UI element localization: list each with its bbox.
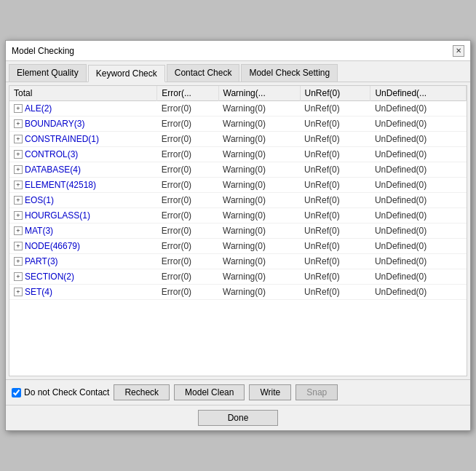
row-warning: Warning(0) bbox=[218, 101, 300, 116]
row-error: Error(0) bbox=[157, 254, 218, 269]
row-undefined: UnDefined(0) bbox=[370, 208, 467, 223]
row-label-text: DATABASE(4) bbox=[25, 165, 81, 175]
row-label-text: BOUNDARY(3) bbox=[25, 119, 84, 129]
row-undefined: UnDefined(0) bbox=[370, 254, 467, 269]
row-label-text: SET(4) bbox=[25, 287, 52, 297]
table-row[interactable]: +PART(3)Error(0)Warning(0)UnRef(0)UnDefi… bbox=[9, 254, 467, 269]
col-warning: Warning(... bbox=[218, 86, 300, 101]
model-checking-window: Model Checking ✕ Element Quality Keyword… bbox=[5, 40, 471, 431]
table-row[interactable]: +BOUNDARY(3)Error(0)Warning(0)UnRef(0)Un… bbox=[9, 116, 467, 132]
row-unref: UnRef(0) bbox=[300, 223, 370, 239]
done-button[interactable]: Done bbox=[198, 410, 279, 426]
row-unref: UnRef(0) bbox=[300, 193, 370, 208]
row-unref: UnRef(0) bbox=[300, 162, 370, 178]
row-warning: Warning(0) bbox=[218, 208, 300, 223]
close-button[interactable]: ✕ bbox=[453, 45, 464, 57]
col-unref: UnRef(0) bbox=[300, 86, 370, 101]
row-warning: Warning(0) bbox=[218, 269, 300, 285]
row-label-text: SECTION(2) bbox=[25, 272, 74, 282]
row-unref: UnRef(0) bbox=[300, 254, 370, 269]
row-undefined: UnDefined(0) bbox=[370, 223, 467, 239]
row-warning: Warning(0) bbox=[218, 147, 300, 162]
table-row[interactable]: +HOURGLASS(1)Error(0)Warning(0)UnRef(0)U… bbox=[9, 208, 467, 223]
expand-icon[interactable]: + bbox=[14, 211, 23, 220]
row-error: Error(0) bbox=[157, 162, 218, 178]
expand-icon[interactable]: + bbox=[14, 119, 23, 128]
row-undefined: UnDefined(0) bbox=[370, 239, 467, 254]
table-row[interactable]: +CONSTRAINED(1)Error(0)Warning(0)UnRef(0… bbox=[9, 132, 467, 147]
col-error: Error(... bbox=[157, 86, 218, 101]
col-undefined: UnDefined(... bbox=[370, 86, 467, 101]
expand-icon[interactable]: + bbox=[14, 135, 23, 143]
row-error: Error(0) bbox=[157, 239, 218, 254]
tab-keyword-check[interactable]: Keyword Check bbox=[88, 65, 165, 82]
do-not-check-contact-label[interactable]: Do not Check Contact bbox=[12, 387, 109, 397]
expand-icon[interactable]: + bbox=[14, 288, 23, 296]
table-row[interactable]: +SECTION(2)Error(0)Warning(0)UnRef(0)UnD… bbox=[9, 269, 467, 285]
row-warning: Warning(0) bbox=[218, 285, 300, 300]
do-not-check-contact-checkbox[interactable] bbox=[12, 388, 21, 397]
row-undefined: UnDefined(0) bbox=[370, 147, 467, 162]
tab-contact-check[interactable]: Contact Check bbox=[167, 64, 240, 82]
row-error: Error(0) bbox=[157, 193, 218, 208]
table-row[interactable]: +EOS(1)Error(0)Warning(0)UnRef(0)UnDefin… bbox=[9, 193, 467, 208]
row-label-text: ALE(2) bbox=[25, 103, 52, 114]
row-label-text: EOS(1) bbox=[25, 195, 54, 205]
row-warning: Warning(0) bbox=[218, 223, 300, 239]
model-clean-button[interactable]: Model Clean bbox=[174, 384, 245, 400]
data-table-container: Total Error(... Warning(... UnRef(0) UnD… bbox=[9, 85, 467, 376]
row-warning: Warning(0) bbox=[218, 178, 300, 193]
row-undefined: UnDefined(0) bbox=[370, 178, 467, 193]
snap-button[interactable]: Snap bbox=[295, 384, 338, 400]
row-undefined: UnDefined(0) bbox=[370, 285, 467, 300]
row-unref: UnRef(0) bbox=[300, 132, 370, 147]
window-title: Model Checking bbox=[12, 46, 74, 56]
row-label-text: PART(3) bbox=[25, 256, 58, 266]
row-unref: UnRef(0) bbox=[300, 147, 370, 162]
row-label-text: CONTROL(3) bbox=[25, 149, 78, 159]
expand-icon[interactable]: + bbox=[14, 226, 23, 235]
table-row[interactable]: +SET(4)Error(0)Warning(0)UnRef(0)UnDefin… bbox=[9, 285, 467, 300]
row-unref: UnRef(0) bbox=[300, 269, 370, 285]
write-button[interactable]: Write bbox=[249, 384, 291, 400]
row-unref: UnRef(0) bbox=[300, 208, 370, 223]
table-row[interactable]: +DATABASE(4)Error(0)Warning(0)UnRef(0)Un… bbox=[9, 162, 467, 178]
row-label-text: CONSTRAINED(1) bbox=[25, 134, 99, 144]
row-label-text: HOURGLASS(1) bbox=[25, 210, 90, 221]
row-unref: UnRef(0) bbox=[300, 285, 370, 300]
tab-element-quality[interactable]: Element Quality bbox=[9, 64, 87, 82]
table-row[interactable]: +NODE(46679)Error(0)Warning(0)UnRef(0)Un… bbox=[9, 239, 467, 254]
tab-model-check-setting[interactable]: Model Check Setting bbox=[241, 64, 338, 82]
row-label-text: ELEMENT(42518) bbox=[25, 180, 96, 190]
title-bar: Model Checking ✕ bbox=[6, 41, 470, 61]
row-error: Error(0) bbox=[157, 147, 218, 162]
table-row[interactable]: +ELEMENT(42518)Error(0)Warning(0)UnRef(0… bbox=[9, 178, 467, 193]
row-undefined: UnDefined(0) bbox=[370, 162, 467, 178]
expand-icon[interactable]: + bbox=[14, 181, 23, 189]
expand-icon[interactable]: + bbox=[14, 257, 23, 266]
table-row[interactable]: +ALE(2)Error(0)Warning(0)UnRef(0)UnDefin… bbox=[9, 101, 467, 116]
row-error: Error(0) bbox=[157, 285, 218, 300]
expand-icon[interactable]: + bbox=[14, 165, 23, 174]
row-label-text: NODE(46679) bbox=[25, 241, 80, 251]
table-header-row: Total Error(... Warning(... UnRef(0) UnD… bbox=[9, 86, 467, 101]
row-warning: Warning(0) bbox=[218, 162, 300, 178]
row-undefined: UnDefined(0) bbox=[370, 132, 467, 147]
row-error: Error(0) bbox=[157, 208, 218, 223]
row-warning: Warning(0) bbox=[218, 239, 300, 254]
expand-icon[interactable]: + bbox=[14, 196, 23, 205]
footer-bar: Do not Check Contact Recheck Model Clean… bbox=[6, 379, 470, 405]
recheck-button[interactable]: Recheck bbox=[114, 384, 170, 400]
row-error: Error(0) bbox=[157, 178, 218, 193]
expand-icon[interactable]: + bbox=[14, 104, 23, 113]
expand-icon[interactable]: + bbox=[14, 242, 23, 250]
row-undefined: UnDefined(0) bbox=[370, 116, 467, 132]
expand-icon[interactable]: + bbox=[14, 150, 23, 159]
table-row[interactable]: +MAT(3)Error(0)Warning(0)UnRef(0)UnDefin… bbox=[9, 223, 467, 239]
row-warning: Warning(0) bbox=[218, 254, 300, 269]
expand-icon[interactable]: + bbox=[14, 272, 23, 281]
row-error: Error(0) bbox=[157, 132, 218, 147]
table-row[interactable]: +CONTROL(3)Error(0)Warning(0)UnRef(0)UnD… bbox=[9, 147, 467, 162]
col-total: Total bbox=[9, 86, 157, 101]
row-warning: Warning(0) bbox=[218, 193, 300, 208]
